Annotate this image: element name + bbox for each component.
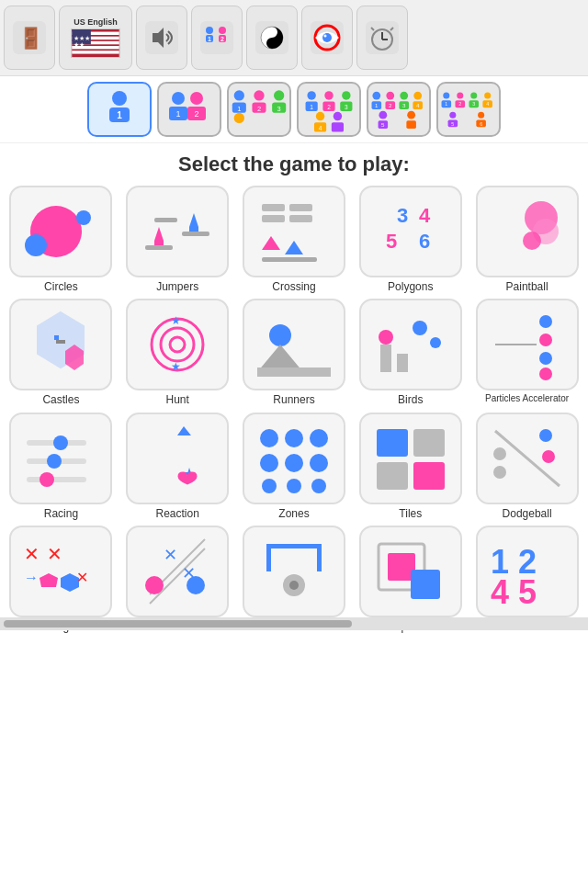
svg-point-57 <box>324 91 333 99</box>
svg-point-143 <box>430 337 441 348</box>
svg-point-49 <box>274 90 284 100</box>
svg-text:1: 1 <box>310 104 313 110</box>
game-item-runners[interactable]: Runners <box>239 299 350 406</box>
game-item-dodgeball[interactable]: Dodgeball <box>471 413 582 520</box>
alarm-button[interactable] <box>356 6 408 70</box>
svg-text:5: 5 <box>386 230 397 253</box>
scrollbar-thumb[interactable] <box>4 620 352 628</box>
birds-label: Birds <box>398 393 423 406</box>
svg-point-145 <box>539 334 552 346</box>
svg-point-17 <box>219 27 226 34</box>
svg-text:2: 2 <box>327 104 331 110</box>
player-row: 1 1 2 1 2 3 <box>0 76 588 143</box>
player-count-5[interactable]: 1 2 3 4 5 <box>367 82 431 137</box>
racing-label: Racing <box>44 507 78 520</box>
svg-point-83 <box>407 111 415 119</box>
jumpers-label: Jumpers <box>156 280 198 293</box>
exit-button[interactable]: 🚪 <box>4 6 55 70</box>
svg-rect-187 <box>266 544 322 548</box>
color-button[interactable] <box>301 6 353 70</box>
svg-point-34 <box>112 91 127 106</box>
svg-point-136 <box>269 324 291 346</box>
svg-text:2: 2 <box>389 102 392 108</box>
player-count-2[interactable]: 1 2 <box>157 82 221 137</box>
svg-point-162 <box>310 454 328 472</box>
svg-point-63 <box>316 112 324 120</box>
game-item-racing[interactable]: Racing <box>6 413 117 520</box>
game-item-hunt[interactable]: ★ ★ Hunt <box>122 299 233 406</box>
svg-marker-109 <box>154 227 164 241</box>
language-button[interactable]: US English ★★★ ★★ <box>59 6 132 70</box>
svg-point-37 <box>172 92 185 105</box>
svg-point-132 <box>161 328 194 361</box>
sound-button[interactable] <box>136 6 187 70</box>
svg-point-40 <box>190 92 203 105</box>
svg-point-174 <box>542 450 555 463</box>
player-count-6[interactable]: 1 2 3 4 5 6 <box>436 82 501 137</box>
svg-line-182 <box>150 548 205 604</box>
game-item-particles[interactable]: Particles Accelerator <box>471 299 582 406</box>
game-item-zones[interactable]: Zones <box>239 413 350 520</box>
scrollbar[interactable] <box>0 617 588 630</box>
svg-text:5: 5 <box>451 121 454 127</box>
svg-rect-67 <box>332 122 344 131</box>
svg-point-94 <box>484 93 491 99</box>
game-grid: Circles Jumpers <box>0 182 588 638</box>
svg-text:1: 1 <box>445 101 447 107</box>
svg-text:✕: ✕ <box>76 570 88 585</box>
player-count-1[interactable]: 1 <box>87 82 152 137</box>
svg-point-23 <box>270 41 274 45</box>
svg-rect-110 <box>154 241 164 245</box>
svg-text:3: 3 <box>402 102 406 108</box>
svg-text:✕: ✕ <box>164 546 177 564</box>
svg-point-46 <box>254 90 264 100</box>
svg-point-27 <box>324 35 327 38</box>
svg-point-91 <box>470 93 477 99</box>
svg-text:4: 4 <box>319 125 322 131</box>
game-item-circles[interactable]: Circles <box>6 186 117 293</box>
svg-point-172 <box>493 466 506 479</box>
svg-text:1: 1 <box>375 102 379 108</box>
svg-rect-7 <box>72 51 119 53</box>
game-item-polygons[interactable]: 3 4 5 6 Polygons <box>355 186 466 293</box>
game-item-jumpers[interactable]: Jumpers <box>122 186 233 293</box>
svg-text:★: ★ <box>171 360 181 373</box>
players-button[interactable]: 1 2 <box>191 6 243 70</box>
svg-text:2: 2 <box>458 101 461 107</box>
svg-point-77 <box>413 92 422 100</box>
svg-rect-194 <box>411 570 440 599</box>
svg-rect-119 <box>262 257 317 262</box>
game-item-castles[interactable]: Castles <box>6 299 117 406</box>
game-item-tiles[interactable]: Tiles <box>355 413 466 520</box>
svg-point-161 <box>285 454 303 472</box>
zones-label: Zones <box>278 507 309 520</box>
castles-label: Castles <box>42 393 79 406</box>
svg-text:2: 2 <box>257 105 261 113</box>
game-item-birds[interactable]: Birds <box>355 299 466 406</box>
polygons-label: Polygons <box>388 280 433 293</box>
svg-point-52 <box>234 113 244 123</box>
svg-rect-188 <box>266 544 271 571</box>
svg-point-54 <box>307 91 315 99</box>
player-count-3[interactable]: 1 2 3 <box>227 82 291 137</box>
crossing-label: Crossing <box>272 280 315 293</box>
reaction-label: Reaction <box>156 507 199 520</box>
game-item-crossing[interactable]: Crossing <box>239 186 350 293</box>
circles-label: Circles <box>44 280 78 293</box>
player-count-4[interactable]: 1 2 3 4 <box>297 82 361 137</box>
svg-text:★★★: ★★★ <box>74 35 90 41</box>
yin-yang-button[interactable] <box>246 6 298 70</box>
svg-rect-166 <box>377 429 408 457</box>
svg-text:3: 3 <box>345 104 348 110</box>
svg-text:🚪: 🚪 <box>18 26 44 51</box>
svg-rect-13 <box>200 21 233 54</box>
svg-point-164 <box>287 479 301 493</box>
game-item-paintball[interactable]: Paintball <box>471 186 582 293</box>
game-item-reaction[interactable]: Reaction <box>122 413 233 520</box>
svg-rect-140 <box>397 354 408 372</box>
svg-rect-108 <box>154 218 177 222</box>
svg-text:3: 3 <box>397 204 408 227</box>
toolbar: 🚪 US English ★★★ ★★ <box>0 0 588 76</box>
page-title: Select the game to play: <box>0 143 588 182</box>
particles-label: Particles Accelerator <box>485 393 569 404</box>
